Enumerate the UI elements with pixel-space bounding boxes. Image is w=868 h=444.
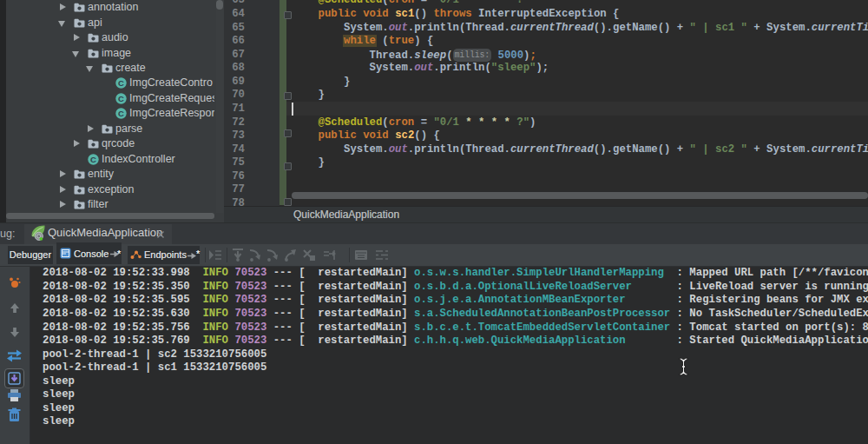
svg-text:C: C: [90, 155, 96, 164]
svg-text:C: C: [118, 94, 124, 103]
svg-text:C: C: [118, 78, 124, 88]
svg-text:C: C: [118, 109, 124, 118]
